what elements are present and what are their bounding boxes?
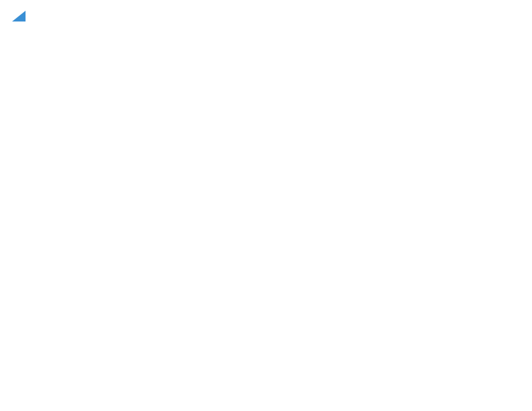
logo (11, 11, 26, 21)
logo-icon (12, 11, 26, 21)
header (11, 11, 521, 21)
svg-marker-0 (12, 11, 26, 21)
